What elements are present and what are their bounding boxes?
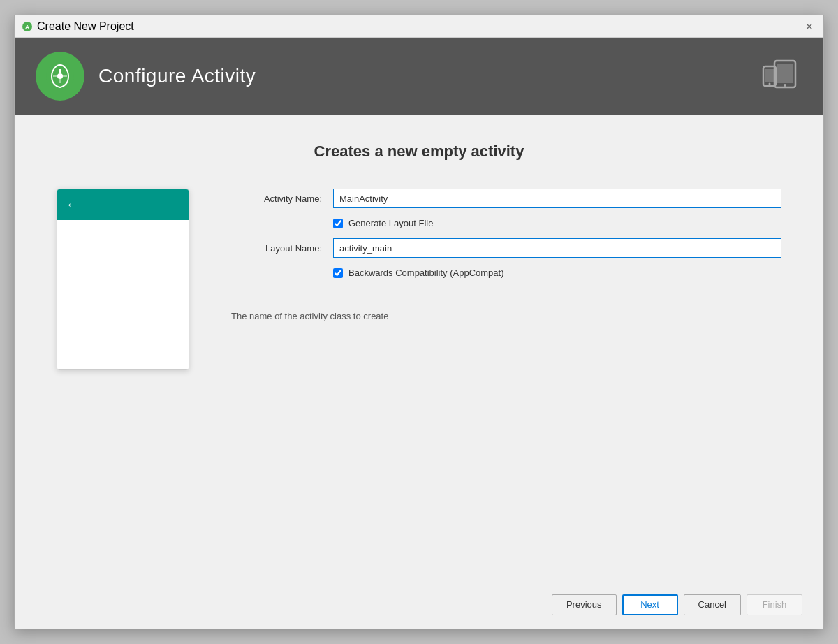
phone-mockup: ←	[57, 189, 189, 370]
footer: Previous Next Cancel Finish	[15, 580, 823, 629]
page-heading: Creates a new empty activity	[57, 142, 781, 161]
android-logo-svg	[45, 61, 75, 92]
layout-name-input[interactable]	[333, 238, 781, 258]
content-area: ← Activity Name: Generate Layout File	[57, 189, 781, 370]
svg-text:A: A	[25, 24, 30, 31]
layout-name-row: Layout Name:	[231, 238, 781, 258]
hint-section: The name of the activity class to create	[231, 288, 781, 322]
title-bar-left: A Create New Project	[22, 20, 134, 33]
hint-divider	[231, 302, 781, 302]
hint-text: The name of the activity class to create	[231, 311, 388, 321]
form-area: Activity Name: Generate Layout File Layo…	[231, 189, 781, 322]
close-button[interactable]: ✕	[802, 20, 816, 34]
phone-toolbar: ←	[57, 189, 189, 220]
generate-layout-checkbox[interactable]	[333, 219, 343, 228]
main-content: Creates a new empty activity ← Activity …	[15, 115, 823, 580]
next-button[interactable]: Next	[622, 594, 678, 615]
activity-name-input[interactable]	[333, 189, 781, 208]
device-icons-svg	[760, 55, 802, 97]
cancel-button[interactable]: Cancel	[684, 594, 741, 615]
app-icon: A	[22, 21, 33, 32]
header: Configure Activity	[15, 38, 823, 115]
activity-name-label: Activity Name:	[231, 193, 322, 204]
header-title: Configure Activity	[98, 65, 256, 87]
backwards-compat-row: Backwards Compatibility (AppCompat)	[333, 268, 781, 278]
svg-point-10	[784, 84, 786, 87]
title-bar: A Create New Project ✕	[15, 15, 823, 38]
device-icons	[760, 55, 802, 97]
title-bar-text: Create New Project	[37, 20, 134, 33]
backwards-compat-label[interactable]: Backwards Compatibility (AppCompat)	[348, 268, 504, 278]
generate-layout-row: Generate Layout File	[333, 218, 781, 228]
svg-point-3	[57, 73, 63, 79]
svg-rect-9	[777, 64, 793, 83]
phone-body	[57, 220, 189, 369]
android-logo	[36, 52, 84, 101]
back-arrow-icon: ←	[66, 198, 78, 212]
previous-button[interactable]: Previous	[552, 594, 617, 615]
header-left: Configure Activity	[36, 52, 256, 101]
finish-button: Finish	[747, 594, 802, 615]
dialog-window: A Create New Project ✕ Con	[14, 15, 824, 629]
generate-layout-label[interactable]: Generate Layout File	[348, 218, 433, 228]
backwards-compat-checkbox[interactable]	[333, 268, 343, 278]
svg-rect-12	[765, 69, 774, 82]
activity-name-row: Activity Name:	[231, 189, 781, 208]
layout-name-label: Layout Name:	[231, 243, 322, 254]
svg-point-13	[769, 83, 771, 85]
